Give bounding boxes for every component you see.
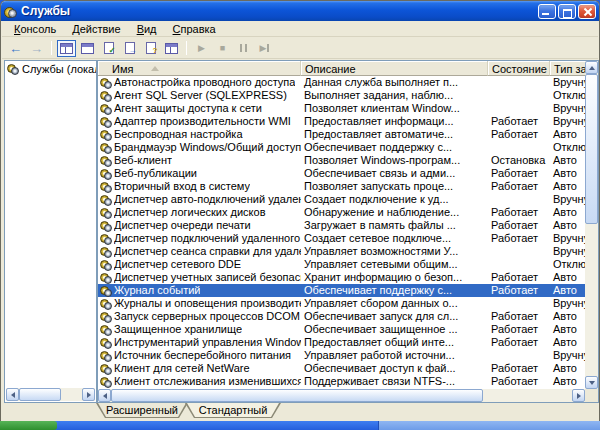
service-row[interactable]: Беспроводная настройка Предоставляет авт… bbox=[98, 128, 598, 141]
scrollbar-thumb[interactable] bbox=[585, 74, 598, 224]
service-row[interactable]: Диспетчер подключений удаленного доступа… bbox=[98, 232, 598, 245]
scroll-up-icon[interactable] bbox=[585, 61, 598, 74]
minimize-button[interactable] bbox=[538, 4, 556, 19]
export-list-icon[interactable]: → bbox=[120, 40, 139, 57]
help-icon[interactable]: ? bbox=[141, 40, 160, 57]
service-row[interactable]: Вторичный вход в систему Позволяет запус… bbox=[98, 180, 598, 193]
start-service-icon[interactable]: ▶ bbox=[192, 40, 211, 57]
service-description: Позволяет клиентам Window... bbox=[301, 102, 488, 115]
service-description: Предоставляет автоматиче... bbox=[301, 128, 488, 141]
menu-view[interactable]: Вид bbox=[129, 22, 165, 36]
forward-icon[interactable]: → bbox=[27, 40, 46, 57]
close-button[interactable] bbox=[578, 4, 596, 19]
service-gear-icon bbox=[100, 363, 112, 375]
service-name: Адаптер производительности WMI bbox=[114, 115, 291, 128]
service-row[interactable]: Агент SQL Server (SQLEXPRESS) Выполняет … bbox=[98, 89, 598, 102]
service-row[interactable]: Клиент отслеживания изменившихся связей … bbox=[98, 375, 598, 388]
titlebar: Службы bbox=[1, 1, 599, 21]
service-description: Предоставляет общий инте... bbox=[301, 336, 488, 349]
back-icon[interactable]: ← bbox=[6, 40, 25, 57]
service-status: Работает bbox=[488, 219, 550, 232]
service-row[interactable]: Диспетчер учетных записей безопасности Х… bbox=[98, 271, 598, 284]
tab-standard[interactable]: Стандартный bbox=[185, 403, 281, 418]
service-name: Журналы и оповещения производительности bbox=[114, 297, 301, 310]
service-row[interactable]: Диспетчер логических дисков Обнаружение … bbox=[98, 206, 598, 219]
service-description: Предоставляет информаци... bbox=[301, 115, 488, 128]
service-row[interactable]: Веб-публикации Обеспечивает связь и адми… bbox=[98, 167, 598, 180]
service-row[interactable]: Клиент для сетей NetWare Обеспечивает до… bbox=[98, 362, 598, 375]
service-row[interactable]: Защищенное хранилище Обеспечивает защище… bbox=[98, 323, 598, 336]
service-row[interactable]: Веб-клиент Позволяет Windows-програм... … bbox=[98, 154, 598, 167]
service-row[interactable]: Диспетчер сетевого DDE Управляет сетевым… bbox=[98, 258, 598, 271]
service-gear-icon bbox=[100, 220, 112, 232]
service-row[interactable]: Диспетчер авто-подключений удаленного до… bbox=[98, 193, 598, 206]
service-status bbox=[488, 193, 550, 206]
service-gear-icon bbox=[100, 103, 112, 115]
service-gear-icon bbox=[100, 90, 112, 102]
service-name: Инструментарий управления Windows bbox=[114, 336, 301, 349]
service-row[interactable]: Автонастройка проводного доступа Данная … bbox=[98, 76, 598, 89]
scroll-left-icon[interactable] bbox=[6, 388, 19, 401]
service-row[interactable]: Инструментарий управления Windows Предос… bbox=[98, 336, 598, 349]
service-status bbox=[488, 76, 550, 89]
start-button[interactable] bbox=[0, 421, 57, 430]
restore-button[interactable] bbox=[558, 4, 576, 19]
service-gear-icon bbox=[100, 272, 112, 284]
pause-service-icon[interactable] bbox=[234, 40, 253, 57]
stop-service-icon[interactable]: ■ bbox=[213, 40, 232, 57]
toolbar-separator bbox=[51, 41, 52, 55]
service-status bbox=[488, 89, 550, 102]
column-header-status[interactable]: Состояние bbox=[488, 61, 550, 76]
list-vertical-scrollbar[interactable] bbox=[585, 61, 598, 389]
service-gear-icon bbox=[100, 337, 112, 349]
tree-horizontal-scrollbar[interactable] bbox=[6, 388, 95, 401]
service-row[interactable]: Брандмауэр Windows/Общий доступ к Интерн… bbox=[98, 141, 598, 154]
scroll-right-icon[interactable] bbox=[82, 388, 95, 401]
service-name: Диспетчер логических дисков bbox=[114, 206, 266, 219]
column-header-description[interactable]: Описание bbox=[301, 61, 488, 76]
menu-help[interactable]: Справка bbox=[165, 22, 224, 36]
service-row[interactable]: Журналы и оповещения производительности … bbox=[98, 297, 598, 310]
service-rows: Автонастройка проводного доступа Данная … bbox=[98, 76, 598, 388]
service-gear-icon bbox=[100, 324, 112, 336]
scroll-right-icon[interactable] bbox=[572, 389, 585, 402]
service-status: Работает bbox=[488, 362, 550, 375]
service-status bbox=[488, 141, 550, 154]
restart-service-icon[interactable]: ▶ bbox=[255, 40, 274, 57]
service-status: Остановка bbox=[488, 154, 550, 167]
service-row[interactable]: Источник бесперебойного питания Управляе… bbox=[98, 349, 598, 362]
scroll-left-icon[interactable] bbox=[98, 389, 111, 402]
service-gear-icon bbox=[100, 142, 112, 154]
service-name: Защищенное хранилище bbox=[114, 323, 242, 336]
service-row[interactable]: Диспетчер очереди печати Загружает в пам… bbox=[98, 219, 598, 232]
show-console-tree-icon[interactable] bbox=[57, 40, 76, 57]
column-header-name[interactable]: Имя bbox=[98, 61, 301, 76]
service-gear-icon bbox=[100, 155, 112, 167]
service-name: Агент защиты доступа к сети bbox=[114, 102, 262, 115]
tab-extended[interactable]: Расширенный bbox=[96, 403, 188, 418]
service-name: Веб-публикации bbox=[114, 167, 197, 180]
scrollbar-thumb[interactable] bbox=[19, 388, 61, 401]
service-status: Работает bbox=[488, 115, 550, 128]
service-description: Обеспечивает защищенное ... bbox=[301, 323, 488, 336]
service-description: Управляет работой источни... bbox=[301, 349, 488, 362]
service-name: Журнал событий bbox=[114, 284, 200, 297]
service-row[interactable]: Диспетчер сеанса справки для удаленного … bbox=[98, 245, 598, 258]
service-status: Работает bbox=[488, 128, 550, 141]
menu-console[interactable]: Консоль bbox=[6, 22, 64, 36]
tree-item-services-local[interactable]: Службы (локальные) bbox=[5, 61, 96, 76]
refresh-icon[interactable]: ✓ bbox=[99, 40, 118, 57]
service-row[interactable]: Агент защиты доступа к сети Позволяет кл… bbox=[98, 102, 598, 115]
list-horizontal-scrollbar[interactable] bbox=[98, 389, 585, 402]
service-row[interactable]: Запуск серверных процессов DCOM Обеспечи… bbox=[98, 310, 598, 323]
service-row[interactable]: Журнал событий Обеспечивает поддержку с.… bbox=[98, 284, 598, 297]
service-description: Позволяет запускать проце... bbox=[301, 180, 488, 193]
scrollbar-thumb[interactable] bbox=[111, 389, 483, 402]
show-window-icon[interactable] bbox=[162, 40, 181, 57]
service-row[interactable]: Адаптер производительности WMI Предостав… bbox=[98, 115, 598, 128]
scroll-down-icon[interactable] bbox=[585, 376, 598, 389]
service-description: Обеспечивает доступ к фай... bbox=[301, 362, 488, 375]
properties-icon[interactable] bbox=[78, 40, 97, 57]
system-tray bbox=[378, 421, 600, 430]
menu-action[interactable]: Действие bbox=[64, 22, 128, 36]
